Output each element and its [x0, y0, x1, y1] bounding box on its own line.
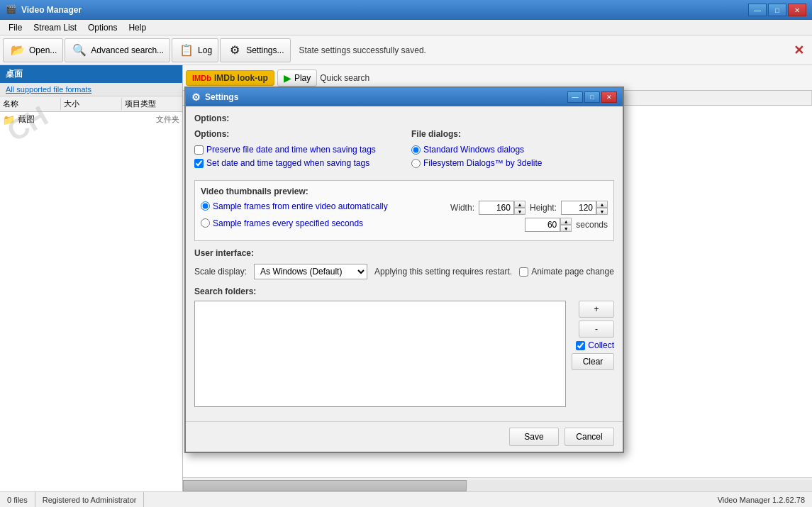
ui-title: User interface:	[194, 248, 614, 258]
open-button[interactable]: 📂 Open...	[3, 38, 63, 62]
open-icon: 📂	[9, 42, 26, 59]
status-bar: 0 files Registered to Administrator Vide…	[0, 491, 812, 507]
cancel-button[interactable]: Cancel	[564, 428, 614, 446]
standard-windows-label: Standard Windows dialogs	[423, 145, 524, 155]
scale-display-select[interactable]: As Windows (Default) 100% 125% 150%	[254, 264, 367, 279]
log-label: Log	[198, 45, 212, 55]
sample-frames-auto-radio[interactable]	[201, 201, 210, 211]
minimize-button[interactable]: —	[748, 4, 767, 16]
dialog-title-bar: ⚙ Settings — □ ✕	[186, 88, 623, 106]
save-button[interactable]: Save	[509, 428, 559, 446]
height-spinbox[interactable]: ▲ ▼	[561, 201, 608, 215]
width-input[interactable]	[479, 201, 514, 215]
seconds-control: ▲ ▼ seconds	[525, 218, 608, 232]
thumb-row-2: Sample frames every specified seconds ▲ …	[201, 218, 608, 232]
sample-frames-seconds-label[interactable]: Sample frames every specified seconds	[201, 218, 363, 228]
width-spinbox[interactable]: ▲ ▼	[479, 201, 525, 215]
preserve-label: Preserve file date and time when saving …	[206, 145, 376, 155]
seconds-down-button[interactable]: ▼	[560, 225, 572, 232]
filesystem-radio-label[interactable]: Filesystem Dialogs™ by 3delite	[411, 158, 614, 168]
standard-windows-radio[interactable]	[411, 145, 421, 155]
search-folders-row: + - Collect Clear	[194, 301, 614, 407]
dialog-overlay: ⚙ Settings — □ ✕ Options: Options: Prese…	[0, 65, 812, 491]
log-icon: 📋	[178, 42, 195, 59]
ui-row: Scale display: As Windows (Default) 100%…	[194, 264, 614, 279]
menu-file[interactable]: File	[3, 21, 28, 34]
settings-label: Settings...	[246, 45, 284, 55]
add-folder-button[interactable]: +	[579, 301, 614, 318]
standard-windows-radio-label[interactable]: Standard Windows dialogs	[411, 145, 614, 155]
collect-checkbox[interactable]	[576, 341, 585, 350]
advanced-search-label: Advanced search...	[91, 45, 164, 55]
remove-folder-button[interactable]: -	[579, 321, 614, 338]
width-up-button[interactable]: ▲	[514, 201, 525, 208]
user-interface-section: User interface: Scale display: As Window…	[194, 248, 614, 279]
collect-checkbox-label[interactable]: Collect	[576, 340, 614, 350]
thumb-row-1: Sample frames from entire video automati…	[201, 201, 608, 215]
filesystem-label: Filesystem Dialogs™ by 3delite	[423, 158, 542, 168]
height-down-button[interactable]: ▼	[596, 208, 608, 215]
dialog-minimize-button[interactable]: —	[567, 91, 583, 103]
maximize-button[interactable]: □	[768, 4, 786, 16]
title-bar: 🎬 Video Manager — □ ✕	[0, 0, 812, 20]
preserve-checkbox-label[interactable]: Preserve file date and time when saving …	[194, 145, 397, 155]
seconds-up-button[interactable]: ▲	[560, 218, 572, 225]
height-label: Height:	[530, 203, 557, 213]
animate-checkbox-label[interactable]: Animate page change	[519, 267, 614, 277]
status-registered: Registered to Administrator	[35, 492, 145, 507]
settings-button[interactable]: ⚙ Settings...	[220, 38, 290, 62]
search-folders-title: Search folders:	[194, 286, 614, 296]
advanced-search-button[interactable]: 🔍 Advanced search...	[65, 38, 170, 62]
width-down-button[interactable]: ▼	[514, 208, 525, 215]
file-dialogs-label: File dialogs:	[411, 129, 614, 139]
close-button[interactable]: ✕	[788, 4, 806, 16]
dialog-top-section: Options: Preserve file date and time whe…	[194, 129, 614, 172]
title-bar-controls: — □ ✕	[748, 4, 806, 16]
dialog-maximize-button[interactable]: □	[584, 91, 600, 103]
dialog-title-text: Settings	[205, 92, 566, 102]
settings-dialog: ⚙ Settings — □ ✕ Options: Options: Prese…	[184, 87, 624, 453]
open-label: Open...	[29, 45, 57, 55]
dialog-close-button[interactable]: ✕	[601, 91, 617, 103]
width-label: Width:	[450, 203, 474, 213]
restart-notice: Applying this setting requires restart.	[374, 267, 512, 277]
video-thumbnails-title: Video thumbnails preview:	[201, 186, 608, 196]
folders-buttons: + - Collect Clear	[572, 301, 614, 407]
scale-display-label: Scale display:	[194, 267, 247, 277]
menu-bar: File Stream List Options Help	[0, 20, 812, 35]
collect-label: Collect	[588, 340, 614, 350]
search-folders-section: Search folders: + - Collect Clear	[194, 286, 614, 407]
seconds-spinbox[interactable]: ▲ ▼	[525, 218, 572, 232]
set-datetime-checkbox[interactable]	[194, 159, 204, 168]
status-version: Video Manager 1.2.62.78	[711, 492, 812, 507]
preserve-checkbox[interactable]	[194, 145, 204, 155]
seconds-label: seconds	[576, 220, 608, 230]
clear-button[interactable]: Clear	[572, 353, 614, 370]
menu-options[interactable]: Options	[82, 21, 123, 34]
search-icon: 🔍	[71, 42, 88, 59]
dialog-options-heading: Options:	[194, 113, 614, 123]
animate-checkbox[interactable]	[519, 267, 528, 277]
filesystem-radio[interactable]	[411, 159, 421, 168]
file-dialogs-section: File dialogs: Standard Windows dialogs F…	[411, 129, 614, 172]
set-datetime-checkbox-label[interactable]: Set date and time tagged when saving tag…	[194, 158, 397, 168]
dialog-content: Options: Options: Preserve file date and…	[186, 106, 623, 421]
height-up-button[interactable]: ▲	[596, 201, 608, 208]
menu-stream-list[interactable]: Stream List	[28, 21, 82, 34]
status-files: 0 files	[0, 492, 35, 507]
width-control: Width: ▲ ▼ Height:	[450, 201, 608, 215]
video-thumbnails-section: Video thumbnails preview: Sample frames …	[194, 180, 614, 241]
toolbar-close-button[interactable]: ✕	[788, 40, 809, 61]
sample-frames-seconds-text: Sample frames every specified seconds	[213, 218, 363, 228]
app-icon: 🎬	[6, 4, 17, 16]
main-content: 桌面 All supported file formats 名称 大小 项目类型…	[0, 65, 812, 491]
sample-frames-seconds-radio[interactable]	[201, 218, 210, 228]
sample-frames-auto-label[interactable]: Sample frames from entire video automati…	[201, 201, 388, 211]
menu-help[interactable]: Help	[123, 21, 152, 34]
seconds-input[interactable]	[525, 218, 560, 232]
app-title: Video Manager	[21, 5, 748, 15]
height-input[interactable]	[561, 201, 596, 215]
folders-list[interactable]	[194, 301, 566, 407]
settings-icon: ⚙	[226, 42, 243, 59]
log-button[interactable]: 📋 Log	[172, 38, 218, 62]
